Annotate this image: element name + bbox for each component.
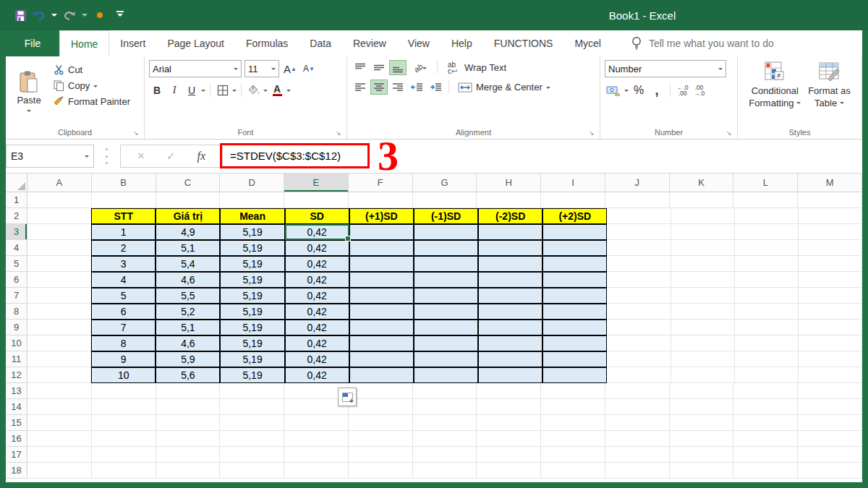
cell-H2[interactable]: (-2)SD (478, 208, 542, 224)
paste-button[interactable]: Paste (10, 60, 48, 124)
cell-D6[interactable]: 5,19 (220, 272, 284, 288)
cell-C12[interactable]: 5,6 (156, 367, 220, 383)
borders-button[interactable] (215, 82, 231, 98)
cell-J5[interactable] (607, 256, 671, 272)
tab-insert[interactable]: Insert (109, 30, 156, 56)
cell-F4[interactable] (349, 240, 414, 256)
wrap-text-button[interactable]: abc↩ Wrap Text (448, 61, 506, 74)
font-color-dropdown-icon[interactable] (286, 90, 291, 94)
row-header-1[interactable]: 1 (6, 192, 27, 208)
underline-button[interactable]: U (184, 82, 200, 98)
cell-I15[interactable] (541, 415, 605, 431)
cell-L9[interactable] (735, 320, 799, 335)
cell-C7[interactable]: 5,5 (156, 288, 220, 304)
cell-K11[interactable] (671, 351, 735, 367)
merge-center-button[interactable]: Merge & Center (458, 82, 550, 93)
cell-K16[interactable] (670, 431, 734, 447)
cell-C11[interactable]: 5,9 (156, 351, 220, 367)
cell-L5[interactable] (735, 256, 799, 272)
cell-L7[interactable] (735, 288, 799, 304)
cell-E11[interactable]: 0,42 (285, 351, 349, 367)
row-header-3[interactable]: 3 (6, 224, 27, 240)
cell-F1[interactable] (349, 192, 413, 208)
cell-M11[interactable] (799, 351, 862, 367)
row-header-5[interactable]: 5 (6, 256, 27, 272)
cell-F6[interactable] (349, 272, 414, 288)
cell-K3[interactable] (671, 224, 735, 240)
cell-H5[interactable] (478, 256, 542, 272)
redo-dropdown-icon[interactable] (82, 14, 88, 20)
row-header-10[interactable]: 10 (6, 335, 27, 351)
name-box[interactable]: E3 (6, 145, 94, 168)
row-header-13[interactable]: 13 (6, 383, 27, 399)
cell-B2[interactable]: STT (91, 208, 156, 224)
cell-F14[interactable] (349, 399, 413, 415)
cell-D4[interactable]: 5,19 (220, 240, 284, 256)
row-header-6[interactable]: 6 (6, 272, 27, 288)
cell-E15[interactable] (284, 415, 349, 431)
cell-M13[interactable] (798, 383, 862, 399)
align-bottom-button[interactable] (389, 60, 407, 75)
alignment-dialog-launcher-icon[interactable] (589, 129, 596, 137)
underline-dropdown-icon[interactable] (201, 90, 205, 94)
column-header-A[interactable]: A (27, 174, 92, 192)
column-header-M[interactable]: M (798, 174, 862, 192)
cell-H18[interactable] (477, 463, 541, 479)
cell-F17[interactable] (349, 447, 413, 463)
save-icon[interactable] (14, 9, 27, 22)
cell-D10[interactable]: 5,19 (220, 335, 284, 351)
cell-J16[interactable] (605, 431, 670, 447)
copy-dropdown-icon[interactable] (93, 85, 98, 90)
cell-B14[interactable] (92, 399, 156, 415)
cell-M3[interactable] (799, 224, 862, 240)
cell-D8[interactable]: 5,19 (220, 304, 284, 320)
cell-E18[interactable] (284, 463, 349, 479)
cell-D3[interactable]: 5,19 (220, 224, 284, 240)
cell-K5[interactable] (671, 256, 735, 272)
cell-F8[interactable] (349, 304, 414, 320)
cell-E17[interactable] (284, 447, 349, 463)
cell-M1[interactable] (798, 192, 862, 208)
italic-button[interactable]: I (166, 82, 182, 98)
tab-data[interactable]: Data (299, 30, 342, 56)
column-header-K[interactable]: K (670, 174, 734, 192)
cell-G4[interactable] (414, 240, 478, 256)
cell-J10[interactable] (607, 335, 671, 351)
cell-J6[interactable] (607, 272, 671, 288)
cell-J1[interactable] (605, 192, 670, 208)
font-size-combo[interactable]: 11 (244, 60, 279, 77)
cell-I12[interactable] (542, 367, 607, 383)
row-header-4[interactable]: 4 (6, 240, 27, 256)
cell-K17[interactable] (670, 447, 734, 463)
cell-K18[interactable] (670, 463, 734, 479)
cell-A1[interactable] (27, 192, 92, 208)
cell-K13[interactable] (670, 383, 734, 399)
cell-L15[interactable] (733, 415, 798, 431)
cell-B16[interactable] (92, 431, 156, 447)
insert-function-icon[interactable]: fx (197, 150, 205, 163)
orientation-button[interactable]: ab (408, 60, 433, 75)
cell-M12[interactable] (799, 367, 862, 383)
cell-H17[interactable] (477, 447, 541, 463)
paste-dropdown-icon[interactable] (27, 110, 31, 114)
cell-K6[interactable] (671, 272, 735, 288)
row-header-12[interactable]: 12 (6, 367, 27, 383)
cell-D9[interactable]: 5,19 (220, 320, 284, 335)
cell-M8[interactable] (799, 304, 862, 320)
format-as-table-button[interactable]: Format as Table (808, 60, 851, 124)
cell-B18[interactable] (92, 463, 156, 479)
cell-H11[interactable] (478, 351, 542, 367)
row-header-9[interactable]: 9 (6, 320, 27, 335)
cell-K4[interactable] (671, 240, 735, 256)
cell-D5[interactable]: 5,19 (220, 256, 284, 272)
cell-K2[interactable] (671, 208, 735, 224)
cell-I2[interactable]: (+2)SD (542, 208, 607, 224)
cell-B4[interactable]: 2 (91, 240, 156, 256)
cell-G5[interactable] (414, 256, 478, 272)
cell-G3[interactable] (414, 224, 478, 240)
cell-H6[interactable] (478, 272, 542, 288)
cell-A6[interactable] (27, 272, 91, 288)
cut-button[interactable]: Cut (54, 64, 130, 75)
cell-B17[interactable] (92, 447, 156, 463)
tab-help[interactable]: Help (441, 30, 483, 56)
